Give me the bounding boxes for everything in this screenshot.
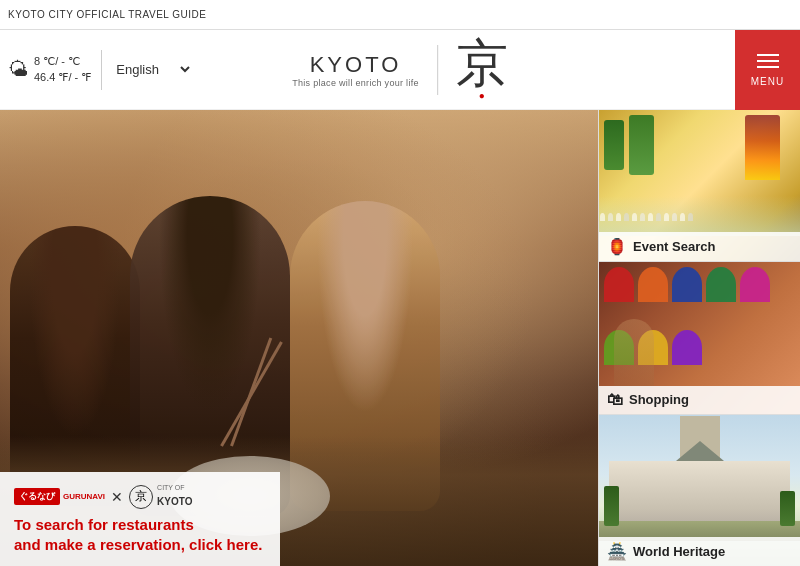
menu-line-2: [757, 60, 779, 62]
main-content: ぐるなび GURUNAVI ✕ 京 CITY OF KYOTO: [0, 110, 800, 566]
castle-tree-1: [604, 486, 619, 526]
weather-widget: 🌤 8 ℃/ - ℃ 46.4 ℉/ - ℉: [8, 54, 91, 85]
logo-separator: [437, 45, 438, 95]
restaurant-cta[interactable]: To search for restaurants and make a res…: [14, 515, 266, 554]
person-silhouette: [614, 319, 654, 389]
weather-temps: 8 ℃/ - ℃ 46.4 ℉/ - ℉: [34, 54, 91, 85]
temp-f: 46.4 ℉/ - ℉: [34, 70, 91, 85]
sidebar-item-shopping[interactable]: 🛍 Shopping: [599, 262, 800, 414]
logo-kanji: 京: [456, 38, 508, 90]
menu-button[interactable]: MENU: [735, 30, 800, 110]
logo-kyoto-text: KYOTO: [292, 52, 419, 78]
heritage-label: World Heritage: [633, 544, 725, 559]
menu-label: MENU: [751, 76, 784, 87]
site-title: KYOTO CITY OFFICIAL TRAVEL GUIDE: [8, 9, 206, 20]
header: 🌤 8 ℃/ - ℃ 46.4 ℉/ - ℉ English 日本語 中文(繁體…: [0, 30, 800, 110]
menu-line-1: [757, 54, 779, 56]
sidebar-label-shopping: 🛍 Shopping: [599, 386, 800, 414]
weather-icon: 🌤: [8, 58, 28, 81]
kyoto-city-logo: 京 CITY OF KYOTO: [129, 484, 192, 509]
logo-area: KYOTO This place will enrich your life 京…: [292, 38, 508, 101]
hero-image: ぐるなび GURUNAVI ✕ 京 CITY OF KYOTO: [0, 110, 598, 566]
brand-logos: ぐるなび GURUNAVI ✕ 京 CITY OF KYOTO: [14, 484, 266, 509]
temp-c: 8 ℃/ - ℃: [34, 54, 91, 69]
tree-center: [629, 115, 654, 175]
sidebar-item-world-heritage[interactable]: 🏯 World Heritage: [599, 415, 800, 566]
menu-line-3: [757, 66, 779, 68]
sidebar-label-heritage: 🏯 World Heritage: [599, 537, 800, 566]
castle-tree-2: [780, 491, 795, 526]
language-select[interactable]: English 日本語 中文(繁體) 中文(简体) 한국어 Français E…: [112, 61, 193, 78]
language-selector[interactable]: English 日本語 中文(繁體) 中文(简体) 한국어 Français E…: [112, 61, 193, 78]
gurunavi-logo: ぐるなび: [14, 488, 60, 505]
gurunavi-brand: ぐるなび GURUNAVI: [14, 488, 105, 505]
logo-text: KYOTO This place will enrich your life: [292, 52, 419, 88]
top-bar: KYOTO CITY OFFICIAL TRAVEL GUIDE: [0, 0, 800, 30]
crowd-dots: [599, 213, 800, 233]
kyoto-badge: 京 CITY OF KYOTO: [129, 484, 192, 509]
shopping-label: Shopping: [629, 392, 689, 407]
festival-float: [745, 115, 780, 180]
event-label: Event Search: [633, 239, 715, 254]
event-icon: 🏮: [607, 237, 627, 256]
gurunavi-name: GURUNAVI: [63, 492, 105, 501]
tree-left: [604, 120, 624, 170]
logo-tagline: This place will enrich your life: [292, 78, 419, 88]
kyoto-label: CITY OF KYOTO: [157, 484, 192, 509]
restaurant-banner[interactable]: ぐるなび GURUNAVI ✕ 京 CITY OF KYOTO: [0, 472, 280, 566]
kyoto-badge-circle: 京: [129, 485, 153, 509]
cross-symbol: ✕: [111, 489, 123, 505]
sidebar-item-event-search[interactable]: 🏮 Event Search: [599, 110, 800, 262]
sidebar: 🏮 Event Search 🛍 Shoppi: [598, 110, 800, 566]
heritage-icon: 🏯: [607, 542, 627, 561]
logo-kanji-container: 京 ●: [456, 38, 508, 101]
shopping-icon: 🛍: [607, 391, 623, 409]
sidebar-label-event: 🏮 Event Search: [599, 232, 800, 261]
divider: [101, 50, 102, 90]
menu-lines-icon: [757, 54, 779, 68]
